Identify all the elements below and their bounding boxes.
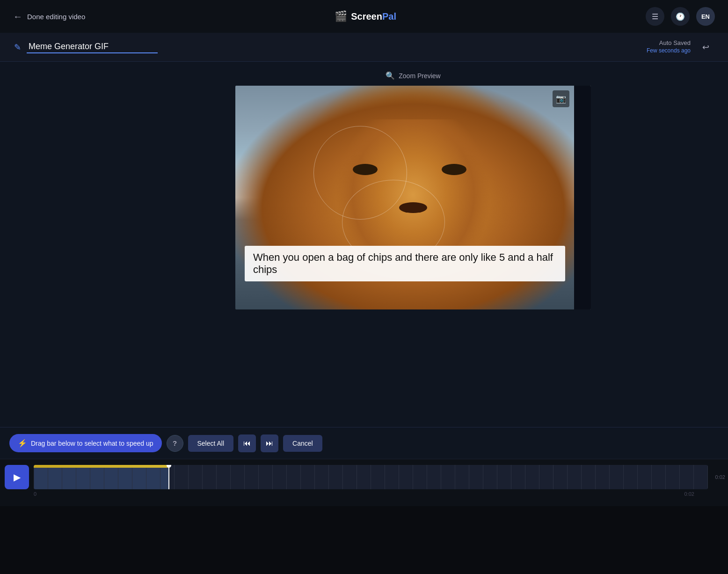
speed-toolbar: ⚡ Drag bar below to select what to speed… — [0, 427, 728, 459]
timeline-thumb-bar — [34, 465, 708, 489]
back-nav[interactable]: ← Done editing video — [13, 11, 85, 22]
help-icon: ? — [173, 439, 177, 447]
project-name-input[interactable] — [27, 41, 158, 53]
dark-side-panel — [574, 86, 591, 309]
timeline-cursor — [168, 465, 169, 489]
editor-area: 🔍 Zoom Preview When you open a bag of ch… — [0, 62, 728, 427]
menu-button[interactable]: ☰ — [646, 7, 664, 26]
title-right: Auto Saved Few seconds ago ↩ — [647, 39, 714, 56]
time-ruler-start: 0 — [34, 491, 36, 497]
lightning-icon: ⚡ — [18, 439, 27, 448]
screenshot-button[interactable]: 📷 — [553, 90, 569, 107]
language-button[interactable]: EN — [696, 7, 715, 26]
timeline-area: ▶ 0:00.32 0:02 0 0:02 — [0, 459, 728, 506]
left-sidebar — [0, 62, 122, 427]
play-icon: ▶ — [14, 471, 21, 483]
select-all-button[interactable]: Select All — [188, 435, 234, 452]
zoom-icon: 🔍 — [386, 71, 395, 80]
history-button[interactable]: 🕐 — [671, 7, 690, 26]
play-button[interactable]: ▶ — [5, 465, 29, 489]
logo-icon: 🎬 — [335, 10, 347, 22]
back-arrow-icon: ← — [13, 11, 22, 22]
timeline-row: ▶ 0:00.32 0:02 — [0, 465, 728, 489]
edit-icon: ✎ — [14, 42, 21, 52]
timeline-ruler: 0 0:02 — [0, 489, 728, 497]
skip-forward-button[interactable]: ⏭ — [261, 434, 278, 452]
speed-hint-label: Drag bar below to select what to speed u… — [31, 440, 153, 447]
lang-label: EN — [701, 13, 710, 20]
speed-hint-button[interactable]: ⚡ Drag bar below to select what to speed… — [9, 434, 162, 452]
preview-container: 🔍 Zoom Preview When you open a bag of ch… — [122, 62, 705, 427]
time-ruler-end: 0:02 — [684, 491, 694, 497]
bottom-padding — [0, 506, 728, 562]
video-caption: When you open a bag of chips and there a… — [245, 246, 565, 281]
title-bar: ✎ Auto Saved Few seconds ago ↩ — [0, 33, 728, 62]
time-end-label: 0:02 — [713, 474, 728, 480]
screenshot-icon: 📷 — [556, 94, 566, 104]
auto-save-status: Auto Saved Few seconds ago — [647, 39, 691, 54]
video-frame: When you open a bag of chips and there a… — [235, 86, 591, 309]
cancel-button[interactable]: Cancel — [283, 435, 322, 452]
undo-button[interactable]: ↩ — [697, 39, 714, 56]
skip-back-icon: ⏮ — [243, 439, 251, 448]
skip-forward-icon: ⏭ — [266, 439, 273, 448]
timeline-track[interactable]: 0:00.32 — [34, 465, 708, 489]
timeline-selection — [34, 465, 168, 468]
zoom-preview-bar[interactable]: 🔍 Zoom Preview — [386, 71, 440, 80]
logo-area: 🎬 ScreenPal — [335, 10, 396, 22]
cat-eye-right — [442, 164, 466, 175]
menu-icon: ☰ — [652, 12, 658, 21]
auto-saved-time: Few seconds ago — [647, 47, 691, 55]
top-nav: ← Done editing video 🎬 ScreenPal ☰ 🕐 EN — [0, 0, 728, 33]
history-icon: 🕐 — [676, 12, 685, 21]
nav-actions: ☰ 🕐 EN — [646, 7, 715, 26]
app-name: ScreenPal — [351, 11, 396, 22]
back-label: Done editing video — [27, 13, 85, 21]
title-left: ✎ — [14, 41, 158, 53]
right-sidebar — [705, 62, 728, 427]
undo-icon: ↩ — [702, 42, 709, 52]
skip-back-button[interactable]: ⏮ — [238, 434, 256, 452]
zoom-label: Zoom Preview — [399, 72, 440, 80]
help-button[interactable]: ? — [167, 435, 183, 452]
auto-saved-label: Auto Saved — [647, 39, 691, 47]
